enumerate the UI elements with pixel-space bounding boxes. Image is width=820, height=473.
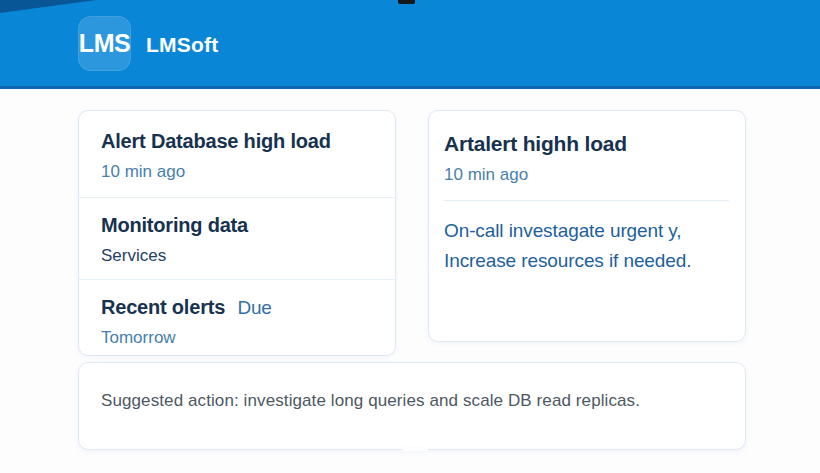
list-item-title: Monitoring data <box>101 213 377 238</box>
list-item-database-alert[interactable]: Alert Database high load 10 min ago <box>79 111 395 197</box>
logo-text: LMS <box>79 29 130 58</box>
list-item-title-text: Recent olerts <box>101 296 225 318</box>
list-item-monitoring-data[interactable]: Monitoring data Services <box>79 197 395 279</box>
list-item-title: Alert Database high load <box>101 129 377 154</box>
top-tick-artifact <box>398 0 415 4</box>
list-item-due-date: Tomorrow <box>101 327 377 349</box>
list-item-recent-alerts[interactable]: Recent olerts Due Tomorrow <box>79 279 395 357</box>
alert-detail-title: Artalert highh load <box>444 131 729 157</box>
list-item-subtitle: Services <box>101 245 377 267</box>
divider <box>444 200 729 201</box>
alert-detail-timestamp: 10 min ago <box>444 165 729 185</box>
suggestion-text: Suggested action: investigate long queri… <box>79 363 745 411</box>
list-item-timestamp: 10 min ago <box>101 161 377 183</box>
app-logo[interactable]: LMS <box>78 16 131 71</box>
corner-artifact <box>0 0 96 13</box>
alert-detail-body: On-call investagate urgent y, Increase r… <box>444 216 729 276</box>
suggestion-card: Suggested action: investigate long queri… <box>78 362 746 450</box>
brand-name: LMSoft <box>146 33 218 57</box>
alert-detail-body-line2: Increase resources if needed. <box>444 250 691 271</box>
app-header: LMS LMSoft <box>0 0 820 89</box>
alert-detail-card: Artalert highh load 10 min ago On-call i… <box>428 110 746 342</box>
list-item-due-label: Due <box>237 297 271 318</box>
alert-detail-body-line1: On-call investagate urgent y, <box>444 220 682 241</box>
app-window: LMS LMSoft Alert Database high load 10 m… <box>0 0 820 473</box>
alerts-list-card: Alert Database high load 10 min ago Moni… <box>78 110 396 356</box>
list-item-title: Recent olerts Due <box>101 295 377 320</box>
card-notch-artifact <box>402 446 428 451</box>
